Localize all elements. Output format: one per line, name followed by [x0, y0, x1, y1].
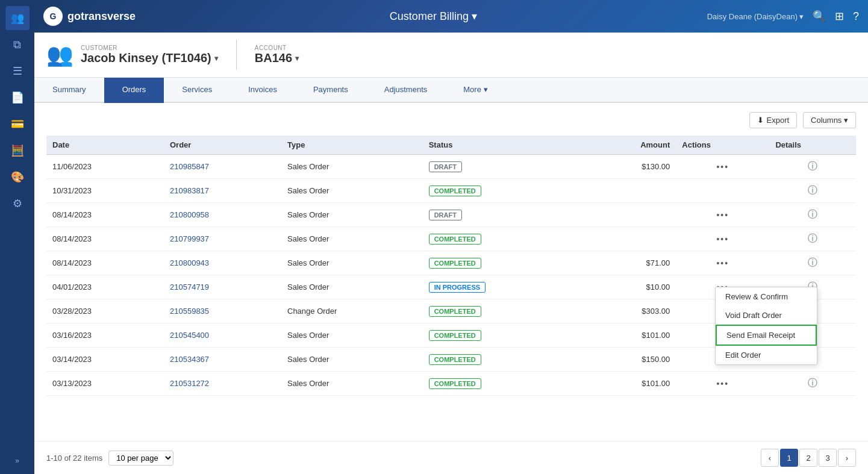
cell-amount: $101.00 — [581, 372, 676, 396]
cell-details[interactable]: ⓘ — [769, 179, 856, 203]
customer-name[interactable]: Jacob Kinsey (TF1046) ▾ — [81, 51, 218, 65]
table-row: 08/14/2023 210799937 Sales Order COMPLET… — [46, 227, 856, 251]
cell-type: Sales Order — [281, 251, 423, 275]
pagination-area: 1-10 of 22 items 10 per page 25 per page… — [34, 441, 868, 474]
cell-order[interactable]: 210534367 — [164, 348, 281, 372]
cell-order[interactable]: 210559835 — [164, 299, 281, 323]
cell-order[interactable]: 210545400 — [164, 323, 281, 348]
cell-order[interactable]: 210983817 — [164, 179, 281, 203]
cell-order[interactable]: 210800958 — [164, 203, 281, 227]
cell-order[interactable]: 210800943 — [164, 251, 281, 275]
pagination-prev[interactable]: ‹ — [761, 449, 779, 467]
cell-details[interactable]: ⓘ — [769, 227, 856, 251]
cell-amount: $130.00 — [581, 155, 676, 179]
action-menu-trigger[interactable]: ••• — [716, 379, 729, 388]
tab-orders[interactable]: Orders — [104, 78, 164, 103]
info-icon[interactable]: ⓘ — [808, 378, 817, 388]
context-menu-email[interactable]: Send Email Receipt — [716, 325, 817, 346]
cell-amount: $71.00 — [581, 251, 676, 275]
cell-order[interactable]: 210531272 — [164, 372, 281, 396]
search-button[interactable]: 🔍 — [813, 10, 826, 23]
cell-actions: ••• — [676, 372, 769, 396]
cell-type: Sales Order — [281, 323, 423, 348]
tab-summary[interactable]: Summary — [34, 78, 104, 103]
pagination-page-2[interactable]: 2 — [799, 449, 817, 467]
context-menu-void[interactable]: Void Draft Order — [716, 306, 817, 325]
table-row: 08/14/2023 210800958 Sales Order DRAFT •… — [46, 203, 856, 227]
pagination-page-1[interactable]: 1 — [780, 449, 798, 467]
cell-type: Sales Order — [281, 179, 423, 203]
per-page-select[interactable]: 10 per page 25 per page 50 per page — [108, 451, 173, 466]
col-order: Order — [164, 136, 281, 155]
info-icon[interactable]: ⓘ — [808, 209, 817, 219]
sidebar-expand-button[interactable]: » — [12, 454, 22, 468]
status-badge: IN PROGRESS — [429, 282, 486, 293]
action-menu-trigger[interactable]: ••• — [716, 234, 729, 244]
cell-details[interactable]: ⓘ — [769, 155, 856, 179]
cell-status: COMPLETED — [423, 251, 581, 275]
status-badge: COMPLETED — [429, 378, 481, 389]
cell-order[interactable]: 210985847 — [164, 155, 281, 179]
action-menu-trigger[interactable]: ••• — [716, 258, 729, 268]
cell-type: Change Order — [281, 299, 423, 323]
customer-label: CUSTOMER — [81, 45, 218, 51]
info-icon[interactable]: ⓘ — [808, 161, 817, 171]
col-type: Type — [281, 136, 423, 155]
cell-date: 03/28/2023 — [46, 299, 164, 323]
export-icon: ⬇ — [757, 116, 764, 125]
cell-details[interactable]: ⓘ — [769, 372, 856, 396]
context-menu-review[interactable]: Review & Confirm — [716, 287, 817, 306]
sidebar-icon-copy[interactable]: ⧉ — [5, 33, 30, 57]
cell-type: Sales Order — [281, 372, 423, 396]
customer-avatar-icon: 👥 — [46, 42, 73, 67]
tab-services[interactable]: Services — [164, 78, 230, 103]
table-row: 11/06/2023 210985847 Sales Order DRAFT $… — [46, 155, 856, 179]
cell-amount: $150.00 — [581, 348, 676, 372]
cell-type: Sales Order — [281, 275, 423, 299]
tab-adjustments[interactable]: Adjustments — [366, 78, 446, 103]
cell-date: 08/14/2023 — [46, 227, 164, 251]
navbar-title[interactable]: Customer Billing ▾ — [390, 10, 477, 23]
sidebar-icon-calculator[interactable]: 🧮 — [5, 139, 30, 163]
info-icon[interactable]: ⓘ — [808, 185, 817, 195]
grid-button[interactable]: ⊞ — [835, 10, 844, 23]
action-menu-trigger[interactable]: ••• — [716, 210, 729, 220]
help-button[interactable]: ? — [853, 10, 859, 23]
sidebar: 👥 ⧉ ☰ 📄 💳 🧮 🎨 ⚙ » — [0, 0, 34, 474]
table-area: ⬇ Export Columns ▾ Date Order Type Statu… — [34, 103, 868, 441]
sidebar-icon-palette[interactable]: 🎨 — [5, 165, 30, 189]
pagination-next[interactable]: › — [838, 449, 856, 467]
sidebar-icon-customers[interactable]: 👥 — [5, 6, 30, 30]
cell-amount: $10.00 — [581, 275, 676, 299]
cell-details[interactable]: ⓘ — [769, 251, 856, 275]
context-menu-edit[interactable]: Edit Order — [716, 346, 817, 364]
tab-more[interactable]: More ▾ — [445, 78, 505, 103]
tab-payments[interactable]: Payments — [295, 78, 366, 103]
logo-icon: G — [43, 7, 63, 26]
sidebar-icon-settings[interactable]: ⚙ — [5, 192, 30, 216]
tab-invoices[interactable]: Invoices — [230, 78, 295, 103]
navbar-title-text: Customer Billing — [390, 10, 469, 23]
columns-button[interactable]: Columns ▾ — [803, 112, 856, 128]
account-id[interactable]: BA146 ▾ — [255, 51, 299, 65]
sidebar-icon-document[interactable]: 📄 — [5, 86, 30, 110]
export-button[interactable]: ⬇ Export — [749, 112, 798, 128]
cell-type: Sales Order — [281, 348, 423, 372]
cell-order[interactable]: 210799937 — [164, 227, 281, 251]
info-icon[interactable]: ⓘ — [808, 233, 817, 243]
cell-order[interactable]: 210574719 — [164, 275, 281, 299]
table-toolbar: ⬇ Export Columns ▾ — [46, 112, 856, 128]
table-row: 10/31/2023 210983817 Sales Order COMPLET… — [46, 179, 856, 203]
app-logo[interactable]: G gotransverse — [43, 7, 136, 26]
pagination-page-3[interactable]: 3 — [819, 449, 837, 467]
info-icon[interactable]: ⓘ — [808, 257, 817, 267]
account-label: ACCOUNT — [255, 45, 299, 51]
cell-amount: $101.00 — [581, 323, 676, 348]
sidebar-icon-list[interactable]: ☰ — [5, 59, 30, 83]
navbar-user[interactable]: Daisy Deane (DaisyDean) ▾ — [707, 12, 804, 21]
cell-type: Sales Order — [281, 203, 423, 227]
table-header-row: Date Order Type Status Amount Actions De… — [46, 136, 856, 155]
action-menu-trigger[interactable]: ••• — [716, 162, 729, 172]
sidebar-icon-card[interactable]: 💳 — [5, 112, 30, 136]
cell-details[interactable]: ⓘ — [769, 203, 856, 227]
